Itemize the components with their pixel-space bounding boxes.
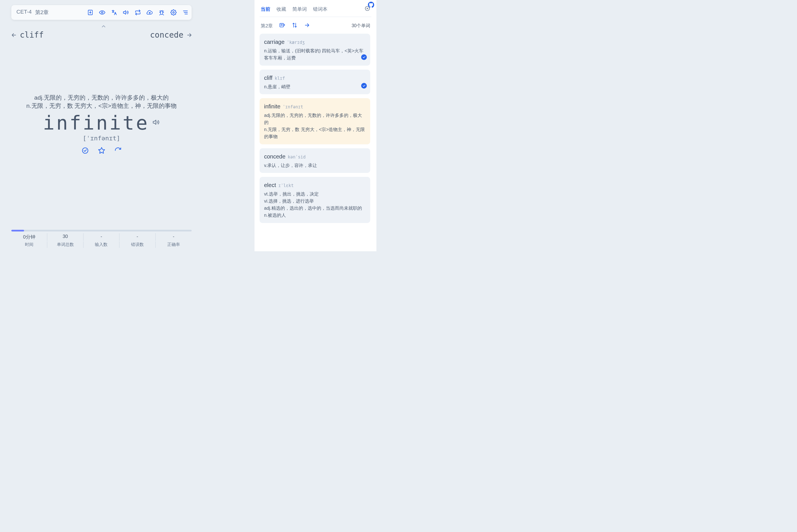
tab-simple[interactable]: 简单词 [292,6,307,13]
stat-label-time: 时间 [11,241,47,248]
stat-value-input: - [83,233,119,241]
card-definition: n.悬崖，峭壁 [264,83,366,91]
eye-icon[interactable] [99,9,106,16]
repeat-icon[interactable] [134,9,141,16]
stat-label-accuracy: 正确率 [156,241,192,248]
translate-icon[interactable] [111,9,117,16]
phonetic: [ˈɪnfənɪt] [11,135,192,142]
tab-wrong[interactable]: 错词本 [313,6,327,13]
card-phonetic: klɪf [275,76,285,81]
panel-tabs: 当前 收藏 简单词 错词本 [260,3,371,17]
word-card[interactable]: cliffklɪfn.悬崖，峭壁 [260,70,370,95]
card-definition: n.无限，无穷，数 无穷大，<宗>造物主，神，无限的事物 [264,126,366,140]
sort-icon[interactable] [291,22,298,30]
stat-value-accuracy: - [156,233,192,241]
svg-point-4 [82,148,88,153]
tab-favorite[interactable]: 收藏 [277,6,286,13]
tab-current[interactable]: 当前 [261,6,270,13]
word-count: 30个单词 [352,23,370,29]
progress-fill [11,230,24,231]
stat-label-error: 错误数 [119,241,155,248]
bug-icon[interactable] [158,9,165,16]
gear-icon[interactable] [170,9,177,16]
svg-point-3 [173,12,174,13]
import-icon[interactable] [87,9,94,16]
star-icon[interactable] [98,147,105,155]
chapter-name[interactable]: 第2章 [35,9,49,16]
card-definition: vi.选择，挑选，进行选举 [264,198,366,205]
stats-values: 0分钟 30 - - - [11,233,192,241]
github-icon[interactable] [368,2,374,9]
mark-done-icon[interactable] [81,147,89,155]
next-word-button[interactable]: concede [150,30,192,40]
card-definition: adj.无限的，无穷的，无数的，许许多多的，极大的 [264,112,366,126]
next-word-label: concede [150,30,184,40]
card-phonetic: ɪˈlɛkt [278,183,293,188]
card-definition: v.承认，让步，容许，承让 [264,162,366,169]
word-card[interactable]: carriageˈkærɪdʒn.运输，输送，(旧时载客的) 四轮马车，<英>火… [260,34,370,65]
collapse-up-icon[interactable] [101,23,107,30]
done-check-icon [361,83,367,89]
side-panel: 当前 收藏 简单词 错词本 第2章 30个单词 carriageˈkærɪdʒn… [254,0,376,251]
stat-label-input: 输入数 [83,241,119,248]
definition-line-1: adj.无限的，无穷的，无数的，许许多多的，极大的 [11,93,192,101]
card-word: carriage [264,39,284,45]
card-phonetic: ˈɪnfənɪt [283,104,303,110]
card-definition: n.运输，输送，(旧时载客的) 四轮马车，<英>火车客车车厢，运费 [264,48,366,62]
stats-bar: 0分钟 30 - - - 时间 单词总数 输入数 错误数 正确率 [11,230,192,248]
cloud-icon[interactable] [146,9,153,16]
book-name[interactable]: CET-4 [16,9,32,16]
stat-value-error: - [119,233,155,241]
progress-bar [11,230,192,231]
svg-point-1 [101,12,103,13]
shuffle-icon[interactable] [279,22,285,30]
word-card[interactable]: concedekənˈsidv.承认，让步，容许，承让 [260,148,370,173]
skip-icon[interactable] [114,147,122,155]
speak-icon[interactable] [153,118,160,127]
next-chapter-icon[interactable] [304,22,310,30]
prev-word-button[interactable]: cliff [11,30,43,40]
main-word: infinite [43,112,149,134]
card-definition: n.被选的人 [264,212,366,219]
stat-label-total: 单词总数 [47,241,83,248]
word-card[interactable]: infiniteˈɪnfənɪtadj.无限的，无穷的，无数的，许许多多的，极大… [260,98,370,144]
card-word: concede [264,153,286,159]
stats-labels: 时间 单词总数 输入数 错误数 正确率 [11,241,192,248]
toolbar: CET-4 第2章 [11,5,192,20]
volume-icon[interactable] [122,9,129,16]
card-definition: adj.精选的，选出的，选中的，当选而尚未就职的 [264,205,366,212]
card-definition: vt.选举，挑出，挑选，决定 [264,191,366,198]
done-check-icon [361,54,367,60]
card-phonetic: ˈkærɪdʒ [287,40,305,45]
word-card[interactable]: electɪˈlɛktvt.选举，挑出，挑选，决定vi.选择，挑选，进行选举ad… [260,177,370,223]
panel-subbar: 第2章 30个单词 [260,17,371,34]
panel-chapter: 第2章 [261,23,273,29]
card-word: elect [264,182,276,188]
svg-rect-2 [160,11,163,15]
card-phonetic: kənˈsid [288,154,306,159]
card-word: infinite [264,103,281,110]
stat-value-total: 30 [47,233,83,241]
definition-line-2: n.无限，无穷，数 无穷大，<宗>造物主，神，无限的事物 [11,101,192,110]
menu-icon[interactable] [182,9,189,16]
word-panel: adj.无限的，无穷的，无数的，许许多多的，极大的 n.无限，无穷，数 无穷大，… [11,93,192,155]
stat-value-time: 0分钟 [11,233,47,241]
card-word: cliff [264,75,272,81]
word-card-list: carriageˈkærɪdʒn.运输，输送，(旧时载客的) 四轮马车，<英>火… [260,34,371,243]
prev-word-label: cliff [20,30,43,40]
